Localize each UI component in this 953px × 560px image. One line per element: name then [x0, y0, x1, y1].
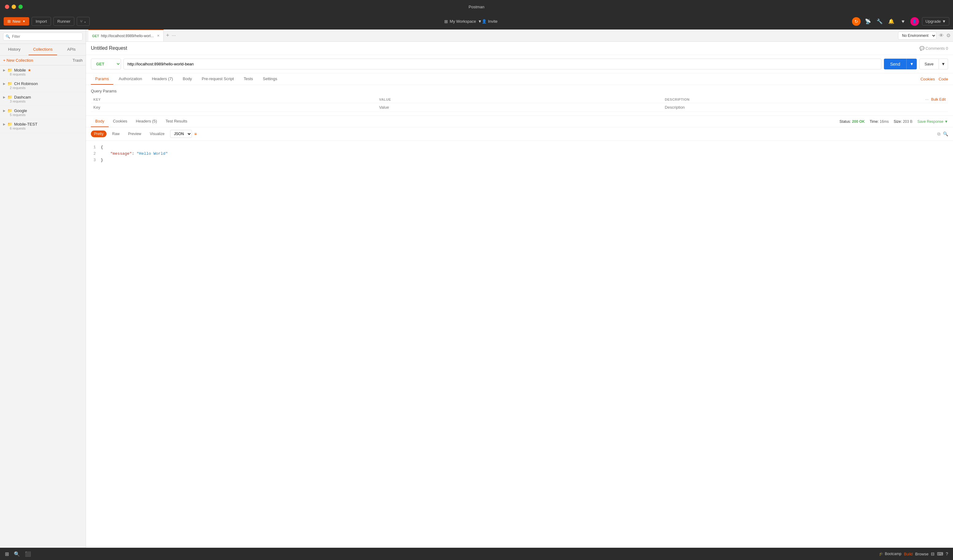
send-button[interactable]: Send — [884, 59, 906, 70]
heart-icon[interactable]: ♥ — [899, 17, 907, 26]
close-button[interactable] — [5, 5, 9, 9]
workspace-label: My Workspace — [450, 19, 476, 24]
collection-name: Mobile-TEST — [14, 122, 37, 127]
tab-authorization[interactable]: Authorization — [115, 73, 146, 85]
params-more-button[interactable]: ··· — [925, 97, 929, 102]
more-tabs-button[interactable]: ··· — [172, 33, 175, 38]
response-area: Body Cookies Headers (5) Test Results St… — [86, 115, 953, 548]
runner-button[interactable]: Runner — [53, 17, 75, 26]
list-item[interactable]: ▶ 📁 Mobile ★ 8 requests — [0, 65, 86, 79]
new-button[interactable]: ⊞ New ▼ — [4, 17, 29, 25]
settings-icon[interactable]: ⚙ — [946, 33, 951, 38]
find-icon[interactable]: 🔍 — [14, 551, 20, 557]
search-input[interactable] — [3, 33, 82, 40]
copy-icon[interactable]: ⧉ — [937, 132, 941, 137]
resp-tab-cookies[interactable]: Cookies — [109, 116, 132, 127]
method-select[interactable]: GET POST PUT DELETE PATCH — [91, 59, 121, 70]
resp-tab-headers[interactable]: Headers (5) — [132, 116, 161, 127]
chevron-right-icon: ▶ — [3, 96, 6, 99]
window-controls — [5, 5, 23, 9]
tab-pre-request-script[interactable]: Pre-request Script — [197, 73, 238, 85]
tab-url: http://localhost:8989/hello-worl... — [101, 34, 154, 38]
upgrade-label: Upgrade — [925, 19, 941, 24]
build-button[interactable]: Build — [904, 552, 913, 556]
folder-icon: 📁 — [7, 95, 12, 99]
maximize-button[interactable] — [19, 5, 23, 9]
browse-button[interactable]: Browse — [915, 552, 928, 556]
bootcamp-button[interactable]: 🎓 Bootcamp — [879, 552, 902, 556]
code-button[interactable]: Code — [939, 77, 948, 81]
list-item[interactable]: ▶ 📁 Dashcam 3 requests — [0, 92, 86, 106]
tab-headers[interactable]: Headers (7) — [148, 73, 177, 85]
sidebar-tab-apis[interactable]: APIs — [57, 44, 86, 55]
format-select[interactable]: JSON — [170, 130, 192, 138]
preview-view-button[interactable]: Preview — [125, 130, 144, 137]
resp-tab-test-results[interactable]: Test Results — [161, 116, 192, 127]
tab-settings[interactable]: Settings — [259, 73, 281, 85]
key-input[interactable] — [93, 105, 374, 110]
raw-view-button[interactable]: Raw — [109, 130, 123, 137]
close-tab-icon[interactable]: ✕ — [157, 34, 160, 38]
invite-button[interactable]: 👤 Invite — [482, 19, 497, 24]
keyboard-icon[interactable]: ⌨ — [937, 551, 943, 556]
environment-select[interactable]: No Environment — [898, 32, 936, 40]
save-group: Save ▼ — [919, 59, 948, 70]
bulk-edit-button[interactable]: Bulk Edit — [931, 97, 946, 102]
sidebar-tab-collections[interactable]: Collections — [29, 44, 57, 55]
folder-icon: 📁 — [7, 109, 12, 113]
add-tab-button[interactable]: + — [164, 32, 172, 39]
sidebar-tab-history[interactable]: History — [0, 44, 29, 55]
chevron-right-icon: ▶ — [3, 68, 6, 72]
collection-header: ▶ 📁 Mobile ★ — [3, 68, 82, 73]
new-collection-button[interactable]: + New Collection — [3, 58, 33, 63]
wrap-text-icon[interactable]: ≡ — [194, 132, 197, 137]
cookies-button[interactable]: Cookies — [920, 77, 935, 81]
upgrade-button[interactable]: Upgrade ▼ — [922, 17, 949, 25]
bell-icon[interactable]: 🔔 — [887, 17, 896, 26]
invite-label: Invite — [488, 19, 497, 24]
wrench-icon[interactable]: 🔧 — [875, 17, 884, 26]
tab-params[interactable]: Params — [91, 73, 113, 85]
list-item[interactable]: ▶ 📁 Mobile-TEST 6 requests — [0, 119, 86, 133]
workspace-button[interactable]: ⊞ My Workspace ▼ — [444, 19, 482, 24]
help-icon[interactable]: ? — [946, 551, 948, 556]
value-column-header: VALUE — [377, 96, 663, 103]
description-input[interactable] — [665, 105, 946, 110]
visualize-view-button[interactable]: Visualize — [147, 130, 168, 137]
sidebar-tabs: History Collections APIs — [0, 44, 86, 56]
value-input[interactable] — [379, 105, 660, 110]
request-tab[interactable]: GET http://localhost:8989/hello-worl... … — [88, 29, 164, 42]
search-icon[interactable]: 🔍 — [943, 132, 948, 137]
fork-button[interactable]: ⑂ ▾ — [77, 17, 90, 26]
save-dropdown-button[interactable]: ▼ — [939, 59, 948, 70]
sidebar-toggle-icon[interactable]: ⊞ — [5, 551, 9, 557]
comment-icon: 💬 — [920, 46, 924, 51]
sync-icon[interactable]: ↻ — [852, 17, 861, 26]
pretty-view-button[interactable]: Pretty — [91, 130, 107, 137]
url-input[interactable] — [123, 59, 882, 70]
comments-button[interactable]: 💬 Comments 0 — [920, 46, 948, 51]
avatar[interactable]: 👤 — [910, 17, 919, 26]
import-button[interactable]: Import — [32, 17, 51, 26]
response-time: 16ms — [880, 119, 889, 124]
chevron-right-icon: ▶ — [3, 123, 6, 126]
tab-body[interactable]: Body — [178, 73, 196, 85]
line-content: { — [101, 144, 103, 151]
list-item[interactable]: ▶ 📁 CH Robinson 2 requests — [0, 79, 86, 92]
send-dropdown-button[interactable]: ▼ — [906, 59, 917, 70]
satellite-icon[interactable]: 📡 — [864, 17, 872, 26]
minimize-button[interactable] — [12, 5, 16, 9]
query-params-title: Query Params — [91, 89, 948, 93]
save-response-button[interactable]: Save Response ▼ — [917, 119, 948, 124]
two-pane-icon[interactable]: ⊟ — [931, 551, 934, 556]
star-icon: ★ — [28, 68, 31, 73]
environment-view-icon[interactable]: 👁 — [939, 33, 944, 38]
list-item[interactable]: ▶ 📁 Google 5 requests — [0, 106, 86, 119]
sidebar-search-area: 🔍 — [0, 29, 86, 44]
bottom-bar: ⊞ 🔍 ⬛ 🎓 Bootcamp Build Browse ⊟ ⌨ ? — [0, 548, 953, 560]
console-icon[interactable]: ⬛ — [25, 551, 31, 557]
save-button[interactable]: Save — [919, 59, 939, 70]
trash-button[interactable]: Trash — [73, 58, 82, 63]
resp-tab-body[interactable]: Body — [91, 116, 109, 127]
tab-tests[interactable]: Tests — [239, 73, 257, 85]
